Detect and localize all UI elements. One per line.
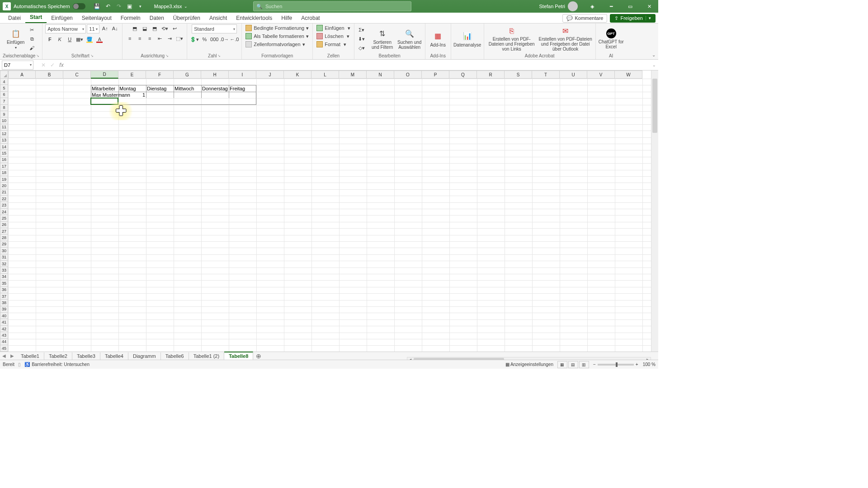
decrease-decimal-icon[interactable]: ←.0: [230, 35, 239, 43]
column-header[interactable]: B: [36, 70, 63, 79]
name-box[interactable]: D7: [2, 61, 33, 70]
row-header[interactable]: 26: [0, 222, 8, 228]
insert-cells-button[interactable]: Einfügen ▾: [316, 24, 351, 32]
minimize-button[interactable]: ━: [602, 0, 620, 13]
find-select-button[interactable]: 🔍 Suchen und Auswählen: [397, 26, 422, 52]
column-header[interactable]: M: [339, 70, 367, 79]
increase-decimal-icon[interactable]: .0→: [220, 35, 229, 43]
grow-font-icon[interactable]: A↑: [100, 24, 109, 33]
column-header[interactable]: L: [311, 70, 339, 79]
row-header[interactable]: 21: [0, 189, 8, 196]
sheet-nav-next-icon[interactable]: ▶: [8, 353, 16, 358]
accept-formula-icon[interactable]: ✓: [48, 61, 57, 70]
font-color-icon[interactable]: A: [95, 35, 104, 43]
page-layout-view-icon[interactable]: ▤: [568, 361, 578, 368]
zoom-level[interactable]: 100 %: [643, 362, 656, 367]
fill-color-icon[interactable]: 🪣: [85, 35, 94, 43]
orientation-icon[interactable]: ⟲▾: [160, 24, 169, 33]
autosave-toggle[interactable]: Automatisches Speichern: [14, 3, 85, 9]
diamond-icon[interactable]: ◈: [583, 0, 601, 13]
row-header[interactable]: 18: [0, 169, 8, 176]
sheet-tab[interactable]: Tabelle2: [44, 352, 72, 360]
italic-button[interactable]: K: [55, 35, 64, 43]
row-header[interactable]: 34: [0, 274, 8, 280]
column-header[interactable]: S: [505, 70, 532, 79]
camera-icon[interactable]: ▣: [125, 2, 134, 11]
row-header[interactable]: 37: [0, 293, 8, 300]
scroll-thumb[interactable]: [652, 79, 657, 133]
select-all-button[interactable]: [0, 70, 8, 79]
chatgpt-button[interactable]: GPT ChatGPT for Excel: [599, 26, 624, 52]
row-header[interactable]: 31: [0, 254, 8, 261]
column-header[interactable]: V: [587, 70, 615, 79]
row-header[interactable]: 10: [0, 117, 8, 124]
column-header[interactable]: W: [615, 70, 642, 79]
user-account[interactable]: Stefan Petri: [539, 1, 578, 11]
sheet-tab[interactable]: Tabelle4: [100, 352, 128, 360]
increase-indent-icon[interactable]: ⇥: [165, 34, 174, 42]
ribbon-tab-datei[interactable]: Datei: [4, 13, 25, 23]
column-header[interactable]: O: [394, 70, 422, 79]
row-header[interactable]: 9: [0, 111, 8, 117]
autosum-icon[interactable]: Σ▾: [357, 26, 366, 34]
row-header[interactable]: 39: [0, 306, 8, 313]
align-left-icon[interactable]: ≡: [125, 34, 134, 42]
row-header[interactable]: 13: [0, 137, 8, 144]
pdf-share-outlook-button[interactable]: ✉ Erstellen von PDF-Dateien und Freigebe…: [538, 26, 593, 52]
redo-icon[interactable]: ↷: [114, 2, 123, 11]
ribbon-tab-hilfe[interactable]: Hilfe: [277, 13, 297, 23]
column-header[interactable]: E: [118, 70, 146, 79]
cell-value[interactable]: Dienstag: [146, 85, 174, 91]
row-header[interactable]: 24: [0, 209, 8, 215]
conditional-formatting-button[interactable]: Bedingte Formatierung ▾: [245, 24, 310, 32]
row-header[interactable]: 11: [0, 124, 8, 131]
font-size-combo[interactable]: 11: [87, 24, 99, 33]
add-sheet-button[interactable]: ⊕: [253, 352, 264, 360]
row-header[interactable]: 35: [0, 280, 8, 286]
normal-view-icon[interactable]: ▦: [557, 361, 567, 368]
ribbon-tab-überprüfen[interactable]: Überprüfen: [169, 13, 205, 23]
dialog-launcher-icon[interactable]: ↘: [90, 54, 94, 58]
cells-area[interactable]: ✚ MitarbeiterMontagDienstagMittwochDonne…: [8, 79, 658, 352]
vertical-scrollbar[interactable]: [651, 70, 658, 352]
column-header[interactable]: K: [284, 70, 311, 79]
row-header[interactable]: 7: [0, 98, 8, 104]
number-format-combo[interactable]: Standard: [192, 24, 237, 33]
fill-icon[interactable]: ⬇▾: [357, 35, 366, 43]
cell-value[interactable]: Mittwoch: [174, 85, 201, 91]
data-analysis-button[interactable]: 📊 Datenanalyse: [454, 26, 481, 52]
row-header[interactable]: 15: [0, 150, 8, 156]
row-header[interactable]: 40: [0, 313, 8, 319]
align-middle-icon[interactable]: ⬓: [140, 24, 149, 33]
dialog-launcher-icon[interactable]: ↘: [217, 54, 221, 58]
cut-icon[interactable]: ✂: [28, 26, 37, 34]
page-break-view-icon[interactable]: ▥: [579, 361, 589, 368]
column-header[interactable]: G: [174, 70, 201, 79]
chevron-down-icon[interactable]: ▾: [646, 16, 651, 20]
row-header[interactable]: 42: [0, 326, 8, 332]
zoom-in-button[interactable]: +: [636, 362, 638, 367]
column-header[interactable]: F: [146, 70, 174, 79]
sheet-tab[interactable]: Diagramm: [128, 352, 161, 360]
ribbon-tab-seitenlayout[interactable]: Seitenlayout: [77, 13, 116, 23]
row-header[interactable]: 14: [0, 144, 8, 150]
column-header[interactable]: P: [422, 70, 449, 79]
row-header[interactable]: 5: [0, 85, 8, 91]
row-header[interactable]: 45: [0, 345, 8, 352]
row-header[interactable]: 6: [0, 92, 8, 98]
sheet-tab[interactable]: Tabelle3: [72, 352, 100, 360]
collapse-ribbon-icon[interactable]: ⌄: [652, 52, 656, 57]
column-header[interactable]: R: [477, 70, 505, 79]
pdf-share-links-button[interactable]: ⎘ Erstellen von PDF-Dateien und Freigebe…: [487, 26, 537, 52]
format-cells-button[interactable]: Format ▾: [316, 41, 347, 48]
accessibility-status[interactable]: Barrierefreiheit: Untersuchen: [32, 362, 90, 367]
sheet-tab[interactable]: Tabelle8: [224, 352, 253, 360]
row-header[interactable]: 25: [0, 215, 8, 221]
align-top-icon[interactable]: ⬒: [130, 24, 139, 33]
column-header[interactable]: H: [201, 70, 229, 79]
percent-icon[interactable]: %: [200, 35, 209, 43]
toggle-icon[interactable]: [73, 3, 85, 9]
ribbon-tab-daten[interactable]: Daten: [145, 13, 169, 23]
dialog-launcher-icon[interactable]: ↘: [165, 54, 169, 58]
cell-value[interactable]: Donnerstag: [201, 85, 229, 91]
